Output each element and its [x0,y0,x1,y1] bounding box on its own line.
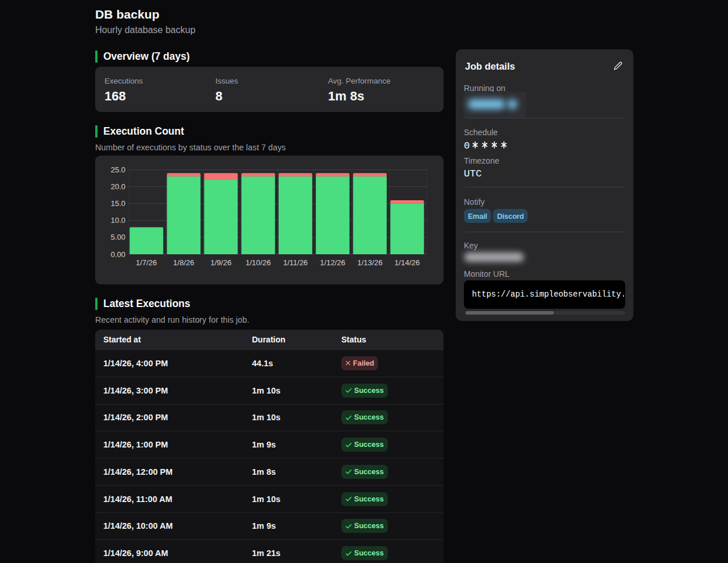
svg-text:5.00: 5.00 [111,233,125,241]
svg-text:0: 0 [464,140,470,150]
svg-text:10.0: 10.0 [111,216,125,225]
svg-text:1/13/26: 1/13/26 [358,258,383,267]
svg-text:15.0: 15.0 [111,199,125,208]
svg-text:1/11/26: 1/11/26 [283,258,308,267]
svg-text:1/9/26: 1/9/26 [211,258,232,267]
svg-text:20.0: 20.0 [111,182,125,191]
svg-text:1/10/26: 1/10/26 [246,258,271,267]
svg-text:1/7/26: 1/7/26 [136,258,157,267]
svg-text:25.0: 25.0 [111,165,125,174]
svg-text:1/14/26: 1/14/26 [395,258,420,267]
svg-text:1/12/26: 1/12/26 [320,258,345,267]
svg-text:0.00: 0.00 [111,250,125,259]
svg-text:1/8/26: 1/8/26 [173,258,194,267]
